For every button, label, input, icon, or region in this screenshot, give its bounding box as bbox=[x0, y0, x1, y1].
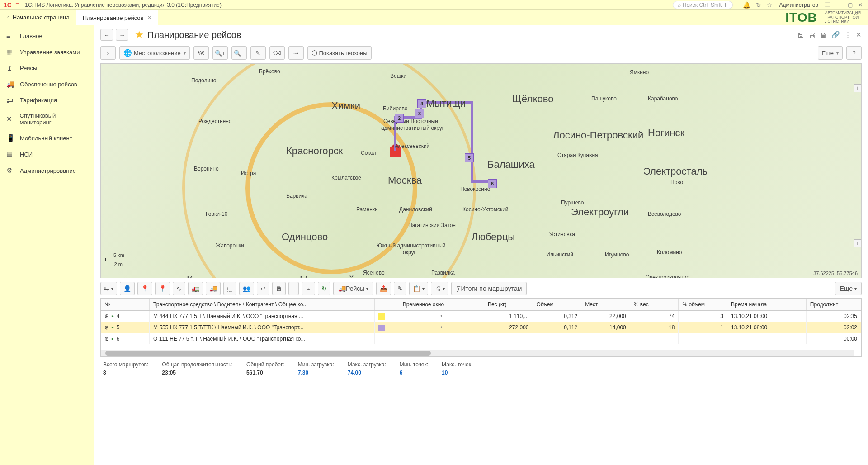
route-marker-3[interactable]: 3 bbox=[415, 109, 424, 118]
sidebar-icon: 🏷 bbox=[6, 96, 15, 104]
hamburger-icon[interactable]: ≡ bbox=[15, 1, 19, 9]
history-icon[interactable]: ↻ bbox=[756, 1, 761, 9]
close-button[interactable]: ✕ bbox=[856, 2, 864, 8]
max-load-link[interactable]: 74,00 bbox=[348, 370, 386, 376]
min-pts-link[interactable]: 6 bbox=[400, 370, 428, 376]
gt-truck2[interactable]: 🚚 bbox=[206, 282, 221, 295]
gt-more[interactable]: Еще▾ bbox=[835, 282, 862, 295]
global-search[interactable]: ⌕ Поиск Ctrl+Shift+F bbox=[673, 1, 733, 9]
kebab-icon[interactable]: ⋮ bbox=[844, 31, 851, 39]
map-tool-1[interactable]: 🗺 bbox=[193, 46, 209, 60]
city-label: Вешки bbox=[390, 73, 406, 79]
gt-routes[interactable]: 🚚 Рейсы▾ bbox=[333, 282, 373, 295]
zoom-out-button[interactable]: 🔍− bbox=[231, 46, 247, 60]
gt-align[interactable]: ⫞ bbox=[288, 282, 299, 295]
gt-select[interactable]: ⬚ bbox=[223, 282, 236, 295]
sidebar-item-6[interactable]: 📱Мобильный клиент bbox=[0, 130, 94, 146]
globe-icon: 🌐 bbox=[123, 49, 132, 57]
table-row[interactable]: ⊕ ➧ 5 M 555 HX 777 1,5 Т/ТТК \ Наемный И… bbox=[101, 322, 861, 333]
table-row[interactable]: ⊕ ➧ 6 О 111 НЕ 77 5 т. Г \ Наемный И.К. … bbox=[101, 333, 861, 345]
help-button[interactable]: ? bbox=[846, 46, 862, 60]
map[interactable]: Москва 5 km 2 mi 37.62225, 55.77546 + + … bbox=[100, 63, 862, 278]
gt-people[interactable]: 👥 bbox=[239, 282, 254, 295]
close-tab-icon[interactable]: ✕ bbox=[147, 15, 151, 21]
tab-planning[interactable]: Планирование рейсов ✕ bbox=[76, 10, 158, 25]
gt-user[interactable]: 👤 bbox=[120, 282, 135, 295]
user-menu-icon[interactable]: ☰ bbox=[825, 1, 830, 9]
sidebar-item-8[interactable]: ⚙Администрирование bbox=[0, 162, 94, 179]
min-load-link[interactable]: 7,30 bbox=[298, 370, 334, 376]
close-page-icon[interactable]: ✕ bbox=[856, 31, 862, 39]
col-header[interactable]: Временное окно bbox=[399, 299, 484, 311]
route-tool[interactable]: ⇢ bbox=[288, 46, 304, 60]
sidebar-item-0[interactable]: ≡Главное bbox=[0, 28, 94, 44]
sidebar-item-1[interactable]: ▦Управление заявками bbox=[0, 44, 94, 60]
sidebar-icon: 📱 bbox=[6, 134, 15, 142]
back-button[interactable]: ← bbox=[100, 29, 113, 41]
sidebar-item-5[interactable]: ✕Спутниковый мониторинг bbox=[0, 108, 94, 130]
sidebar-item-label: Рейсы bbox=[20, 65, 37, 71]
col-header[interactable]: Объем bbox=[533, 299, 581, 311]
sidebar-item-4[interactable]: 🏷Тарификация bbox=[0, 92, 94, 108]
col-header[interactable] bbox=[374, 299, 399, 311]
gt-truck1[interactable]: 🚛 bbox=[188, 282, 203, 295]
minimize-button[interactable]: — bbox=[835, 2, 844, 8]
col-header[interactable]: Мест bbox=[581, 299, 630, 311]
city-label: Химки bbox=[331, 100, 360, 112]
col-header[interactable]: № bbox=[101, 299, 150, 311]
save-icon[interactable]: 🖫 bbox=[797, 31, 804, 39]
col-header[interactable]: % вес bbox=[630, 299, 679, 311]
col-header[interactable]: % объем bbox=[679, 299, 727, 311]
star-icon[interactable]: ☆ bbox=[767, 1, 773, 9]
col-header[interactable]: Вес (кг) bbox=[484, 299, 533, 311]
gt-refresh[interactable]: ↻ bbox=[318, 282, 330, 295]
bell-icon[interactable]: 🔔 bbox=[743, 1, 750, 9]
maximize-button[interactable]: ▢ bbox=[846, 2, 854, 8]
sidebar-item-3[interactable]: 🚚Обеспечение рейсов bbox=[0, 76, 94, 92]
route-marker-4[interactable]: 4 bbox=[417, 99, 426, 108]
gt-pin2[interactable]: 📍 bbox=[155, 282, 170, 295]
col-header[interactable]: Время начала bbox=[727, 299, 806, 311]
gt-copy[interactable]: 📋▾ bbox=[409, 282, 428, 295]
eraser-tool[interactable]: ⌫ bbox=[269, 46, 285, 60]
forward-button[interactable]: → bbox=[116, 29, 128, 41]
city-label: Раменки bbox=[356, 206, 378, 213]
gt-doc[interactable]: 🗎 bbox=[272, 282, 286, 295]
gt-pin[interactable]: 📍 bbox=[137, 282, 152, 295]
gt-export[interactable]: 📤 bbox=[376, 282, 391, 295]
favorite-star-icon[interactable]: ★ bbox=[135, 29, 144, 41]
page-title: Планирование рейсов bbox=[147, 30, 241, 40]
zoom-in-button[interactable]: 🔍+ bbox=[212, 46, 228, 60]
report-icon[interactable]: 🗎 bbox=[820, 31, 827, 39]
user-label[interactable]: Администратор bbox=[779, 2, 818, 8]
gt-return[interactable]: ↩ bbox=[257, 282, 269, 295]
gt-tree[interactable]: ⇆▾ bbox=[100, 282, 117, 295]
table-row[interactable]: ⊕ ➧ 4 M 444 HX 777 1,5 Т \ Наемный И.К. … bbox=[101, 311, 861, 322]
expand-button[interactable]: › bbox=[100, 46, 116, 60]
horizontal-scrollbar[interactable] bbox=[101, 350, 854, 356]
tab-home[interactable]: ⌂ Начальная страница bbox=[0, 10, 76, 25]
gt-edit[interactable]: ✎ bbox=[394, 282, 406, 295]
print-icon[interactable]: 🖨 bbox=[809, 31, 816, 39]
location-button[interactable]: 🌐 Местоположение ▾ bbox=[119, 46, 190, 60]
sidebar-item-7[interactable]: ▤НСИ bbox=[0, 146, 94, 162]
more-button[interactable]: Еще▾ bbox=[818, 46, 843, 60]
max-pts-link[interactable]: 10 bbox=[442, 370, 472, 376]
col-header[interactable]: Транспортное средство \ Водитель \ Контр… bbox=[150, 299, 375, 311]
map-side-zoom-out[interactable]: + bbox=[854, 239, 862, 247]
geozones-button[interactable]: ⬡ Показать геозоны bbox=[307, 46, 372, 60]
gt-wave[interactable]: ∿ bbox=[173, 282, 185, 295]
map-side-zoom-in[interactable]: + bbox=[854, 84, 862, 92]
gt-totals[interactable]: ∑ Итоги по маршрутам bbox=[451, 282, 527, 295]
gt-print[interactable]: 🖨▾ bbox=[431, 282, 448, 295]
route-marker-2[interactable]: 2 bbox=[395, 114, 404, 123]
pencil-tool[interactable]: ✎ bbox=[250, 46, 266, 60]
route-marker-6[interactable]: 6 bbox=[488, 179, 497, 188]
sidebar-item-2[interactable]: 🗓Рейсы bbox=[0, 60, 94, 76]
link-icon[interactable]: 🔗 bbox=[831, 31, 840, 39]
route-marker-5[interactable]: 5 bbox=[465, 153, 474, 162]
routes-grid[interactable]: №Транспортное средство \ Водитель \ Конт… bbox=[100, 298, 862, 357]
geozone-icon: ⬡ bbox=[311, 49, 317, 57]
col-header[interactable]: Продолжит bbox=[806, 299, 861, 311]
gt-align2[interactable]: ⫠ bbox=[302, 282, 315, 295]
